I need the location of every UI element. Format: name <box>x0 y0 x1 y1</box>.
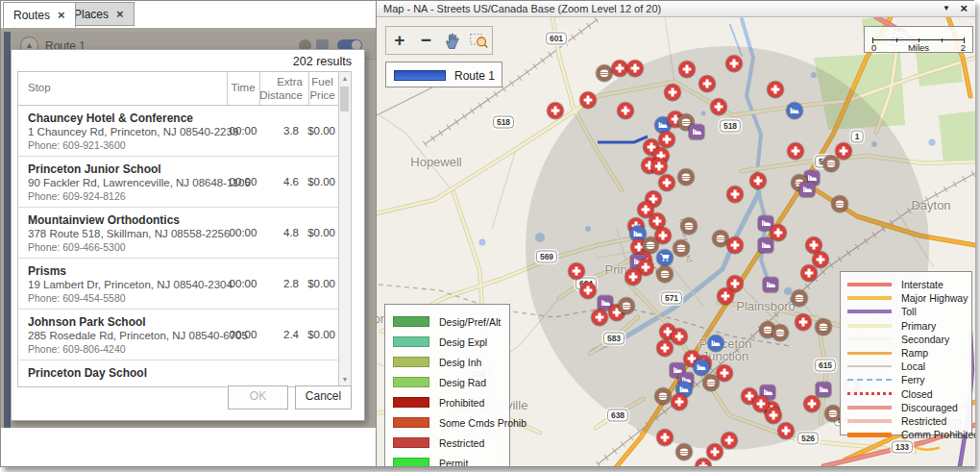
town-label: Dayton <box>911 198 950 212</box>
medical-marker[interactable] <box>672 394 688 410</box>
tab-routes[interactable]: Routes × <box>3 2 76 28</box>
table-scrollbar[interactable]: ▲ ▼ <box>338 72 351 386</box>
stop-address: 90 Fackler Rd, Lawrenceville, NJ 08648-1… <box>28 177 251 188</box>
food-marker[interactable] <box>619 298 635 314</box>
shopping-marker[interactable] <box>657 250 674 266</box>
legend-color-swatch <box>393 458 429 466</box>
medical-marker[interactable] <box>548 103 564 119</box>
medical-marker[interactable] <box>813 252 829 268</box>
map-dropdown-icon[interactable]: ▼ <box>943 4 950 12</box>
food-marker[interactable] <box>792 290 808 307</box>
food-marker[interactable] <box>816 319 832 335</box>
medical-marker[interactable] <box>625 269 642 286</box>
food-marker[interactable] <box>657 266 674 283</box>
medical-marker[interactable] <box>580 92 597 109</box>
stop-extra-distance: 3.8 <box>259 125 303 137</box>
road-shield: 526 <box>797 433 819 445</box>
medical-marker[interactable] <box>718 288 734 305</box>
lodging-marker[interactable] <box>694 360 710 376</box>
road-types-legend: InterstateMajor HighwayTollPrimarySecond… <box>840 271 972 435</box>
medical-marker[interactable] <box>707 444 723 460</box>
food-marker[interactable] <box>703 375 720 391</box>
medical-marker[interactable] <box>618 103 634 119</box>
medical-marker[interactable] <box>612 61 628 77</box>
food-marker[interactable] <box>823 156 840 172</box>
stop-extra-distance: 2.4 <box>259 329 303 340</box>
medical-marker[interactable] <box>726 56 743 72</box>
medical-marker[interactable] <box>569 263 585 280</box>
table-row[interactable]: Princeton Junior School90 Fackler Rd, La… <box>18 157 351 208</box>
map-canvas[interactable]: HopewellPrincetonPlainsboroPrincetonJunc… <box>377 17 975 466</box>
map-titlebar[interactable]: Map - NA - Streets US/Canada Base (Zoom … <box>377 1 975 17</box>
food-marker[interactable] <box>772 325 789 341</box>
ok-button[interactable]: OK <box>228 385 288 410</box>
scrollbar-thumb[interactable] <box>340 87 349 112</box>
column-header-stop: Stop <box>28 82 51 93</box>
zoom-selection-icon[interactable] <box>467 29 490 52</box>
medical-marker[interactable] <box>836 143 852 160</box>
medical-marker[interactable] <box>750 173 767 189</box>
zoom-in-button[interactable]: + <box>388 29 411 52</box>
medical-marker[interactable] <box>711 99 727 115</box>
food-marker[interactable] <box>678 169 695 186</box>
table-row[interactable]: Chauncey Hotel & Conference1 Chauncey Rd… <box>18 106 351 157</box>
medical-marker[interactable] <box>627 61 644 77</box>
medical-marker[interactable] <box>717 365 733 382</box>
medical-marker[interactable] <box>679 62 696 78</box>
hotel-marker[interactable] <box>763 278 778 292</box>
medical-marker[interactable] <box>804 396 821 412</box>
medical-marker[interactable] <box>788 143 804 160</box>
medical-marker[interactable] <box>768 82 784 98</box>
map-close-icon[interactable]: × <box>960 2 968 15</box>
table-row[interactable]: Prisms19 Lambert Dr, Princeton, NJ 08540… <box>18 259 351 310</box>
tab-routes-close-icon[interactable]: × <box>58 11 65 20</box>
medical-marker[interactable] <box>699 76 716 92</box>
truck-legend-item: Desig Rad <box>393 372 509 392</box>
scrollbar-down-icon[interactable]: ▼ <box>339 374 351 385</box>
map-title: Map - NA - Streets US/Canada Base (Zoom … <box>383 3 661 14</box>
hotel-marker[interactable] <box>689 125 704 139</box>
pan-hand-icon[interactable] <box>441 29 464 52</box>
hotel-marker[interactable] <box>758 238 773 253</box>
lodging-marker[interactable] <box>787 103 803 119</box>
table-row[interactable]: Princeton Day School <box>18 360 351 386</box>
medical-marker[interactable] <box>659 175 675 191</box>
legend-line-swatch <box>847 324 892 328</box>
food-marker[interactable] <box>681 218 698 235</box>
scrollbar-up-icon[interactable]: ▲ <box>339 73 351 85</box>
zoom-out-button[interactable]: − <box>414 29 437 52</box>
food-marker[interactable] <box>832 196 848 212</box>
table-row[interactable]: Mountainview Orthodontics378 Route 518, … <box>18 208 351 259</box>
medical-marker[interactable] <box>722 433 738 449</box>
food-marker[interactable] <box>825 406 842 422</box>
legend-line-swatch <box>847 433 892 437</box>
medical-marker[interactable] <box>665 85 681 101</box>
medical-marker[interactable] <box>592 310 608 326</box>
medical-marker[interactable] <box>657 430 674 446</box>
medical-marker[interactable] <box>651 159 668 175</box>
medical-marker[interactable] <box>801 265 818 282</box>
medical-marker[interactable] <box>796 314 812 331</box>
table-row[interactable]: Johnson Park School285 Rosedale Rd, Prin… <box>18 310 351 360</box>
lodging-marker[interactable] <box>708 335 724 352</box>
medical-marker[interactable] <box>672 329 688 345</box>
food-marker[interactable] <box>676 444 693 460</box>
stop-name: Princeton Junior School <box>28 162 161 176</box>
medical-marker[interactable] <box>659 132 675 148</box>
medical-marker[interactable] <box>657 340 674 357</box>
food-marker[interactable] <box>655 388 672 405</box>
legend-line-swatch <box>847 419 892 423</box>
food-marker[interactable] <box>674 240 690 257</box>
medical-marker[interactable] <box>580 283 597 299</box>
medical-marker[interactable] <box>727 186 744 203</box>
tab-places-close-icon[interactable]: × <box>116 10 124 19</box>
stop-phone: Phone: 609-454-5580 <box>28 292 126 304</box>
cancel-button[interactable]: Cancel <box>295 385 352 410</box>
medical-marker[interactable] <box>778 423 795 439</box>
hotel-marker[interactable] <box>816 383 831 397</box>
stops-table: Stop Time Extra Distance Fuel Price Chau… <box>17 71 352 387</box>
food-marker[interactable] <box>597 65 613 82</box>
medical-marker[interactable] <box>766 408 782 424</box>
medical-marker[interactable] <box>727 237 744 254</box>
hotel-marker[interactable] <box>799 183 815 197</box>
